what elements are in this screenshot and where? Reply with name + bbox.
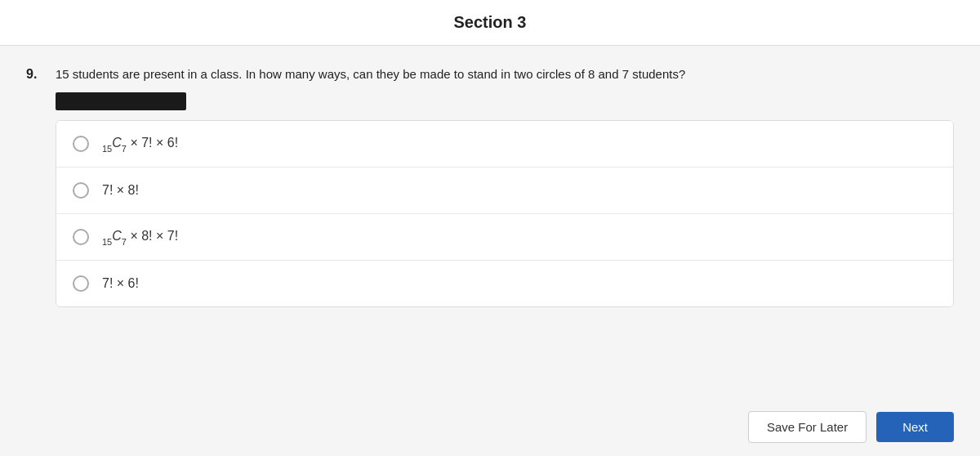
option-c-text: 15C7 × 8! × 7! — [102, 229, 178, 245]
save-for-later-button[interactable]: Save For Later — [748, 411, 866, 443]
main-content: 9. 15 students are present in a class. I… — [0, 46, 980, 401]
option-d[interactable]: 7! × 6! — [56, 261, 953, 306]
options-container: 15C7 × 7! × 6! 7! × 8! 15C7 × 8! × 7! — [56, 120, 954, 307]
footer: Save For Later Next — [0, 401, 980, 456]
highlight-bar — [56, 92, 186, 110]
next-button[interactable]: Next — [876, 412, 954, 442]
radio-c[interactable] — [73, 229, 89, 245]
radio-d[interactable] — [73, 275, 89, 292]
question-number: 9. — [26, 65, 46, 82]
option-d-text: 7! × 6! — [102, 276, 139, 291]
radio-a[interactable] — [73, 136, 89, 152]
radio-b[interactable] — [73, 182, 89, 199]
option-a-text: 15C7 × 7! × 6! — [102, 136, 178, 152]
question-text: 15 students are present in a class. In h… — [56, 65, 685, 84]
option-b-text: 7! × 8! — [102, 183, 139, 198]
page-container: Section 3 9. 15 students are present in … — [0, 0, 980, 456]
section-header: Section 3 — [0, 0, 980, 46]
question-row: 9. 15 students are present in a class. I… — [26, 65, 954, 84]
option-c[interactable]: 15C7 × 8! × 7! — [56, 214, 953, 261]
option-a[interactable]: 15C7 × 7! × 6! — [56, 121, 953, 168]
section-title: Section 3 — [454, 13, 527, 31]
option-b[interactable]: 7! × 8! — [56, 168, 953, 214]
